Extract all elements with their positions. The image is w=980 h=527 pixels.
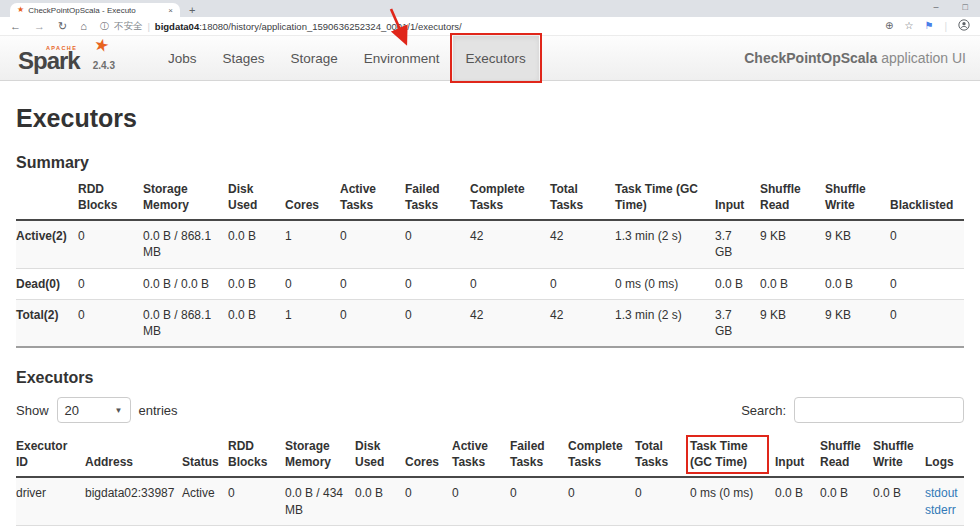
column-header[interactable]: RDD Blocks [228,435,285,477]
column-header: Active Tasks [340,178,405,220]
caret-down-icon: ▼ [115,406,123,415]
column-header[interactable]: Shuffle Write [873,435,925,477]
entries-value: 20 [65,403,79,418]
url-separator: | [147,21,149,32]
spark-favicon-icon: ★ [17,6,24,14]
window-controls: – □ [934,3,968,12]
show-label: Show [16,403,49,418]
security-label: 不安全 [114,20,143,33]
search-input[interactable] [794,397,964,423]
column-header[interactable]: Shuffle Read [820,435,873,477]
entries-control: Show 20 ▼ entries [16,397,178,423]
page-content: Executors Summary RDD Blocks Storage Mem… [0,104,980,527]
profile-icon[interactable] [958,19,970,33]
annotation-box: Task Time (GC Time) [690,439,765,470]
column-header[interactable]: Logs [925,435,964,477]
column-header[interactable]: Status [182,435,228,477]
zoom-icon[interactable]: ⊕ [885,21,893,31]
executor-row-driver: driver bigdata02:33987 Active 0 0.0 B / … [16,477,964,525]
refresh-icon[interactable]: ↻ [58,21,67,32]
logs-cell: stdout stderr [925,477,964,525]
row-label: Total(2) [16,299,78,347]
info-icon: ⓘ [100,20,109,33]
address-field[interactable]: ⓘ 不安全 | bigdata04:18080/history/applicat… [100,20,872,33]
column-header: Blacklisted [890,178,964,220]
home-icon[interactable]: ⌂ [80,21,87,32]
row-label: Active(2) [16,220,78,268]
tab-title: CheckPointOpScala - Executo [28,6,164,15]
column-header-task-time[interactable]: Task Time (GC Time) [690,435,775,477]
column-header[interactable]: Input [775,435,820,477]
url-host: bigdata04 [155,21,199,32]
app-name-suffix: application UI [881,50,966,66]
column-header: Cores [285,178,340,220]
search-label: Search: [741,403,786,418]
column-header: RDD Blocks [78,178,143,220]
executors-table: Executor ID Address Status RDD Blocks St… [16,435,964,527]
nav-environment[interactable]: Environment [351,36,453,80]
page-title: Executors [16,104,964,133]
search-control: Search: [741,397,964,423]
column-header [16,178,78,220]
column-header[interactable]: Storage Memory [285,435,355,477]
application-name: CheckPointOpScala application UI [744,50,966,66]
summary-row-active: Active(2) 0 0.0 B / 868.1 MB 0.0 B 1 0 0… [16,220,964,268]
column-header[interactable]: Executor ID [16,435,85,477]
nav-storage[interactable]: Storage [278,36,351,80]
column-header[interactable]: Complete Tasks [568,435,635,477]
column-header: Shuffle Write [825,178,890,220]
column-header[interactable]: Failed Tasks [510,435,568,477]
column-header: Input [715,178,760,220]
summary-header-row: RDD Blocks Storage Memory Disk Used Core… [16,178,964,220]
browser-tab[interactable]: ★ CheckPointOpScala - Executo × [10,3,180,17]
browser-actions: ⊕ ☆ ⚑ | [885,19,970,33]
summary-row-total: Total(2) 0 0.0 B / 868.1 MB 0.0 B 1 0 0 … [16,299,964,347]
spark-wordmark: Spark [18,49,80,73]
stdout-link[interactable]: stdout [925,485,954,501]
main-nav: Jobs Stages Storage Environment Executor… [155,36,539,80]
column-header: Failed Tasks [405,178,470,220]
column-header: Shuffle Read [760,178,825,220]
executors-header-row: Executor ID Address Status RDD Blocks St… [16,435,964,477]
app-name-bold: CheckPointOpScala [744,50,877,66]
column-header[interactable]: Address [85,435,182,477]
column-header[interactable]: Active Tasks [452,435,510,477]
summary-heading: Summary [16,154,964,172]
back-icon[interactable]: ← [10,21,21,32]
column-header: Storage Memory [143,178,228,220]
extension-icon[interactable]: ⚑ [924,21,933,31]
stderr-link[interactable]: stderr [925,502,954,518]
url-path: :18080/history/application_1590636252324… [199,21,462,32]
forward-icon[interactable]: → [34,21,45,32]
nav-executors[interactable]: Executors [453,36,539,80]
column-header[interactable]: Cores [405,435,452,477]
summary-table: RDD Blocks Storage Memory Disk Used Core… [16,178,964,348]
divider: | [944,21,947,32]
maximize-icon[interactable]: □ [963,3,968,12]
tab-strip: ★ CheckPointOpScala - Executo × + – □ [0,0,980,17]
bookmark-star-icon[interactable]: ☆ [904,21,913,31]
row-label: Dead(0) [16,268,78,299]
close-tab-icon[interactable]: × [168,6,173,15]
column-header[interactable]: Total Tasks [635,435,690,477]
column-header: Total Tasks [550,178,615,220]
column-header[interactable]: Disk Used [355,435,405,477]
spark-logo[interactable]: APACHE Spark ★ 2.4.3 [14,36,139,80]
url-bar: ← → ↻ ⌂ ⓘ 不安全 | bigdata04:18080/history/… [0,17,980,36]
new-tab-button[interactable]: + [189,5,195,16]
column-header: Disk Used [228,178,285,220]
entries-label: entries [139,403,178,418]
minimize-icon[interactable]: – [934,3,939,12]
nav-stages[interactable]: Stages [209,36,277,80]
spark-header: APACHE Spark ★ 2.4.3 Jobs Stages Storage… [0,36,980,81]
nav-jobs[interactable]: Jobs [155,36,210,80]
summary-row-dead: Dead(0) 0 0.0 B / 0.0 B 0.0 B 0 0 0 0 0 … [16,268,964,299]
browser-chrome: ★ CheckPointOpScala - Executo × + – □ ← … [0,0,980,36]
table-controls: Show 20 ▼ entries Search: [16,397,964,423]
column-header: Complete Tasks [470,178,550,220]
spark-star-icon: ★ [92,36,110,56]
spark-version: 2.4.3 [93,60,115,73]
entries-select[interactable]: 20 ▼ [57,397,131,423]
executors-heading: Executors [16,369,964,387]
apache-label: APACHE [46,45,77,51]
